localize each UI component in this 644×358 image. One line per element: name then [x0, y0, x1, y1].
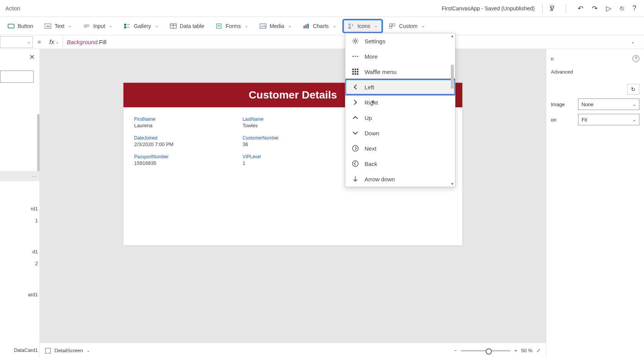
field-value: Towles — [243, 123, 343, 128]
chevron-down-icon: ⌄ — [421, 23, 425, 28]
icons-menu-item-settings[interactable]: Settings — [345, 33, 455, 49]
form-field[interactable]: VIPLevel1 — [243, 154, 343, 166]
form-field[interactable]: DateJoined2/3/2020 7:00 PM — [134, 135, 235, 147]
text-icon: Ab — [44, 23, 51, 30]
svg-point-28 — [357, 56, 358, 57]
menu-item-label: Back — [365, 161, 377, 167]
field-value: 15916835 — [134, 160, 235, 166]
chevron-down-icon[interactable]: ⌄ — [87, 348, 90, 353]
ribbon-gallery[interactable]: Gallery ⌄ — [120, 20, 162, 32]
svg-rect-32 — [352, 71, 354, 72]
dropdown-scrollbar[interactable]: ▲▼ — [450, 34, 454, 186]
forms-icon — [216, 23, 223, 30]
ribbon-media[interactable]: Media ⌄ — [256, 20, 295, 32]
form-field[interactable]: PassportNumber15916835 — [134, 154, 235, 166]
icons-menu-item-left[interactable]: Left — [345, 79, 455, 95]
icons-menu-item-up[interactable]: Up — [345, 110, 455, 125]
tree-scrollbar[interactable] — [37, 114, 39, 179]
field-value: Laurena — [134, 123, 235, 128]
svg-rect-24 — [389, 26, 392, 29]
tree-item[interactable]: rd1 — [0, 204, 39, 214]
tree-item[interactable]: DataCard1 — [0, 345, 39, 355]
fit-icon[interactable]: ⤢ — [536, 348, 540, 353]
section-label: Action — [4, 5, 20, 11]
prop-image-select[interactable]: None⌄ — [578, 99, 639, 110]
tab-advanced[interactable]: Advanced — [551, 67, 639, 76]
property-selector[interactable]: ⌄ — [0, 36, 33, 48]
reset-icon[interactable]: ↻ — [627, 84, 639, 95]
zoom-slider[interactable] — [461, 350, 511, 351]
prop-position-label: on — [551, 117, 556, 123]
ribbon-button[interactable]: Button — [4, 20, 37, 32]
formula-input[interactable]: Background.Fill — [63, 39, 110, 46]
chevron-down-icon: ⌄ — [333, 23, 336, 28]
tree-item[interactable]: 1 — [0, 215, 39, 226]
ribbon-custom[interactable]: Custom ⌄ — [385, 20, 429, 32]
properties-panel: n ? Advanced ↻ Image None⌄ on Fit⌄ — [546, 49, 644, 358]
svg-point-38 — [353, 146, 358, 151]
form-field[interactable]: LastNameTowles — [243, 117, 343, 128]
svg-rect-21 — [349, 27, 350, 28]
icons-menu-item-more[interactable]: More — [345, 49, 455, 64]
field-label: PassportNumber — [134, 154, 235, 159]
svg-rect-35 — [352, 73, 354, 75]
icons-menu-item-right[interactable]: Right — [345, 95, 455, 110]
zoom-in-icon[interactable]: + — [514, 348, 518, 353]
chevron-down-icon: ⌄ — [155, 23, 158, 28]
svg-rect-7 — [124, 26, 126, 28]
ribbon-text[interactable]: Ab Text ⌄ — [41, 20, 76, 32]
tree-item[interactable]: ard1 — [0, 289, 39, 300]
icons-menu-item-next[interactable]: Next — [345, 141, 455, 156]
svg-rect-34 — [357, 71, 358, 72]
arrow-down-icon — [352, 175, 359, 183]
chev-right-icon — [352, 99, 359, 106]
ribbon-icons[interactable]: Icons ⌄ — [344, 20, 381, 32]
menu-item-label: Up — [365, 115, 372, 121]
icons-menu-item-arrow-down[interactable]: Arrow down — [345, 171, 455, 187]
ribbon-charts[interactable]: Charts ⌄ — [299, 20, 340, 32]
menu-item-label: Down — [365, 130, 379, 136]
field-label: DateJoined — [134, 135, 235, 141]
insert-ribbon: Button Ab Text ⌄ Input ⌄ Gallery ⌄ Data … — [0, 17, 644, 35]
waffle-icon — [352, 68, 359, 76]
chev-left-icon — [352, 83, 359, 91]
screen-checkbox-icon[interactable] — [45, 348, 51, 353]
svg-point-20 — [349, 24, 350, 25]
ribbon-input[interactable]: Input ⌄ — [79, 20, 116, 32]
user-icon[interactable]: ⎋ — [620, 4, 624, 12]
prop-position-select[interactable]: Fit⌄ — [578, 114, 639, 125]
dots-icon — [352, 53, 359, 60]
svg-rect-13 — [217, 24, 221, 28]
input-icon — [83, 23, 90, 30]
svg-rect-30 — [355, 69, 356, 70]
icons-menu-item-back[interactable]: Back — [345, 156, 455, 171]
zoom-out-icon[interactable]: − — [454, 348, 457, 353]
form-field[interactable]: FirstNameLaurena — [134, 117, 235, 128]
tree-search[interactable] — [0, 71, 34, 83]
field-label: FirstName — [134, 117, 235, 122]
screen-name[interactable]: DetailScreen — [54, 348, 83, 353]
icons-menu-item-waffle-menu[interactable]: Waffle menu — [345, 64, 455, 79]
svg-rect-37 — [357, 73, 358, 75]
field-label: VIPLevel — [243, 154, 343, 159]
tree-item-selected[interactable] — [0, 171, 39, 181]
tree-item[interactable]: 2 — [0, 258, 39, 269]
close-icon[interactable]: ✕ — [29, 53, 35, 61]
ribbon-datatable[interactable]: Data table — [166, 20, 208, 32]
form-field[interactable]: CustomerNumber36 — [243, 135, 343, 147]
stethoscope-icon[interactable]: ℣ — [550, 4, 554, 13]
svg-text:Ab: Ab — [46, 25, 50, 28]
info-icon[interactable]: ? — [632, 55, 639, 62]
svg-point-39 — [353, 161, 358, 167]
tree-item[interactable]: d1 — [0, 246, 39, 257]
play-icon[interactable]: ▷ — [606, 4, 611, 13]
fx-label[interactable]: fx⌄ — [46, 35, 63, 49]
ribbon-forms[interactable]: Forms ⌄ — [212, 20, 252, 32]
help-icon[interactable]: ? — [632, 4, 636, 12]
field-label: LastName — [243, 117, 343, 122]
icons-menu-item-down[interactable]: Down — [345, 125, 455, 141]
right-chevron-icon[interactable]: ⌄ — [631, 39, 635, 44]
redo-icon[interactable]: ↷ — [592, 4, 598, 13]
undo-icon[interactable]: ↶ — [578, 4, 583, 13]
chevron-down-icon: ⌄ — [245, 23, 248, 28]
